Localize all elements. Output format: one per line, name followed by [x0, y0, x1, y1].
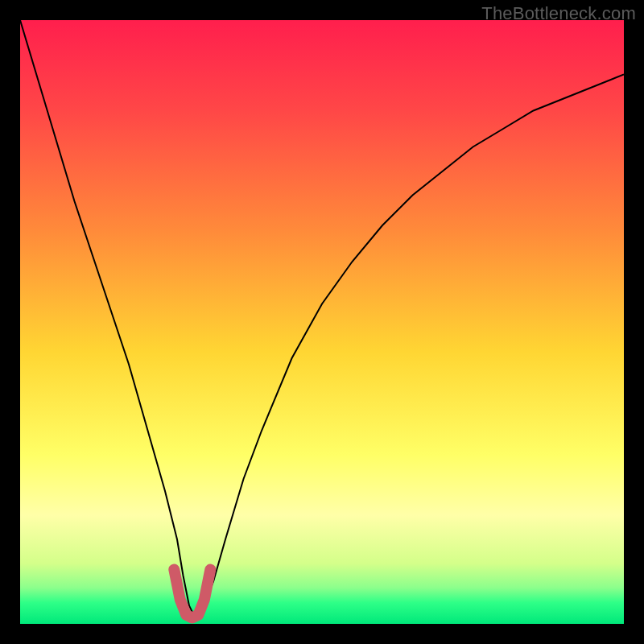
chart-frame [20, 20, 624, 624]
chart-canvas [20, 20, 624, 624]
